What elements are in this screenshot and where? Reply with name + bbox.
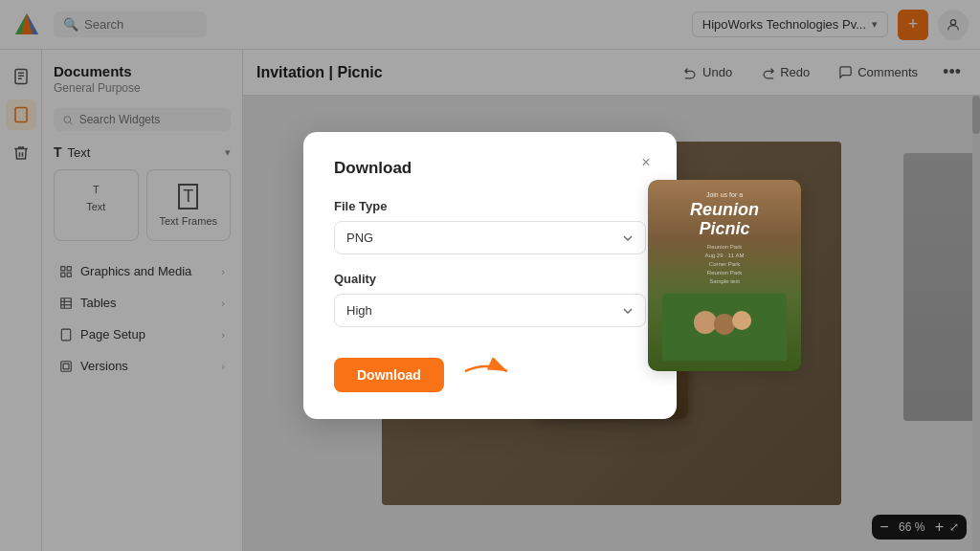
picnic-title: Reunion Picnic (690, 201, 759, 239)
modal-backdrop[interactable]: Download × File Type PNG JPEG PDF SVG Qu… (0, 0, 980, 551)
picnic-join-text: Join us for a (706, 191, 743, 198)
arrow-annotation (457, 358, 515, 385)
photo-people (662, 294, 787, 361)
file-type-select[interactable]: PNG JPEG PDF SVG (334, 221, 646, 254)
picnic-photo (662, 294, 787, 361)
download-button[interactable]: Download (334, 358, 444, 392)
modal-title: Download (334, 159, 646, 178)
quality-label: Quality (334, 272, 646, 286)
quality-select[interactable]: Low Medium High (334, 294, 646, 327)
download-modal: Download × File Type PNG JPEG PDF SVG Qu… (303, 132, 677, 419)
modal-picnic-preview: Join us for a Reunion Picnic Reunion Par… (648, 180, 801, 371)
file-type-label: File Type (334, 199, 646, 213)
modal-close-button[interactable]: × (633, 149, 659, 176)
